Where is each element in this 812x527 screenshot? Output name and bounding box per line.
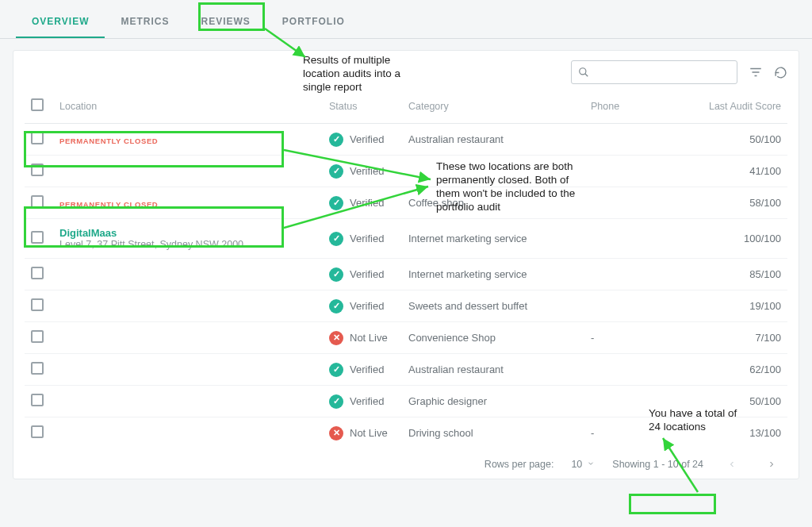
status-text: Verified xyxy=(350,233,384,244)
score-cell: 19/100 xyxy=(664,290,787,322)
check-circle-icon: ✓ xyxy=(329,394,343,409)
col-category[interactable]: Category xyxy=(402,90,584,124)
category-cell: Australian restaurant xyxy=(402,124,584,156)
check-circle-icon: ✓ xyxy=(329,196,343,210)
col-score[interactable]: Last Audit Score xyxy=(664,90,787,124)
status-cell: ✓Verified xyxy=(329,267,396,282)
category-cell: Internet marketing service xyxy=(402,219,584,259)
status-text: Verified xyxy=(350,133,384,145)
table-row[interactable]: ✓VerifiedInternet marketing service85/10… xyxy=(25,259,787,290)
check-circle-icon: ✓ xyxy=(329,363,343,377)
category-cell: Driving school xyxy=(402,417,584,449)
select-all-header xyxy=(25,90,53,124)
status-cell: ✓Verified xyxy=(329,299,396,314)
phone-cell xyxy=(584,290,664,322)
category-cell: Australian restaurant xyxy=(402,354,584,386)
filter-icon[interactable] xyxy=(749,65,763,79)
table-row[interactable]: ✓VerifiedAustralian restaurant62/100 xyxy=(25,354,787,386)
rows-per-page-value: 10 xyxy=(571,459,582,470)
search-input[interactable] xyxy=(594,67,730,79)
pagination-bar: Rows per page: 10 Showing 1 - 10 of 24 xyxy=(25,448,787,471)
row-checkbox[interactable] xyxy=(31,330,44,343)
status-cell: ✓Verified xyxy=(329,164,396,179)
annotation-box-row-1 xyxy=(24,131,284,167)
status-cell: ✓Verified xyxy=(329,363,396,377)
table-row[interactable]: ✕Not LiveConvenience Shop-7/100 xyxy=(25,322,787,354)
score-cell: 50/100 xyxy=(664,124,787,156)
phone-cell xyxy=(584,124,664,156)
select-all-checkbox[interactable] xyxy=(31,98,44,111)
check-circle-icon: ✓ xyxy=(329,133,343,147)
annotation-closed-note: These two locations are both permanently… xyxy=(436,160,587,214)
status-cell: ✕Not Live xyxy=(329,426,396,440)
search-input-wrapper[interactable] xyxy=(571,60,737,84)
status-text: Verified xyxy=(350,197,384,209)
status-text: Verified xyxy=(350,364,384,375)
pagination-showing: Showing 1 - 10 of 24 xyxy=(612,459,703,470)
category-cell: Internet marketing service xyxy=(402,259,584,290)
status-text: Not Live xyxy=(350,332,388,344)
phone-cell xyxy=(584,187,664,219)
status-text: Not Live xyxy=(350,427,388,439)
row-checkbox[interactable] xyxy=(31,425,44,438)
score-cell: 7/100 xyxy=(664,322,787,354)
status-cell: ✓Verified xyxy=(329,133,396,147)
row-checkbox[interactable] xyxy=(31,362,44,375)
check-circle-icon: ✓ xyxy=(329,164,343,179)
col-phone[interactable]: Phone xyxy=(584,90,664,124)
annotation-box-showing xyxy=(629,494,716,514)
annotation-total-note: You have a total of 24 locations xyxy=(649,407,752,434)
refresh-icon[interactable] xyxy=(774,66,787,79)
row-checkbox[interactable] xyxy=(31,298,44,311)
row-checkbox[interactable] xyxy=(31,267,44,279)
phone-cell xyxy=(584,156,664,187)
x-circle-icon: ✕ xyxy=(329,426,343,440)
tabs-bar: OVERVIEW METRICS REVIEWS PORTFOLIO xyxy=(0,0,812,39)
category-cell: Graphic designer xyxy=(402,386,584,417)
tab-portfolio[interactable]: PORTFOLIO xyxy=(266,10,361,38)
score-cell: 58/100 xyxy=(664,187,787,219)
col-status[interactable]: Status xyxy=(323,90,402,124)
score-cell: 41/100 xyxy=(664,156,787,187)
category-cell: Sweets and dessert buffet xyxy=(402,290,584,322)
tab-overview[interactable]: OVERVIEW xyxy=(16,10,105,38)
annotation-portfolio-note: Results of multiple location audits into… xyxy=(303,54,414,94)
check-circle-icon: ✓ xyxy=(329,267,343,282)
row-checkbox[interactable] xyxy=(31,394,44,406)
next-page-button[interactable] xyxy=(760,458,783,471)
category-cell: Convenience Shop xyxy=(402,322,584,354)
status-cell: ✕Not Live xyxy=(329,331,396,345)
phone-cell: - xyxy=(584,322,664,354)
svg-point-0 xyxy=(580,68,586,75)
search-icon xyxy=(578,67,589,78)
annotation-box-portfolio-tab xyxy=(198,2,265,31)
check-circle-icon: ✓ xyxy=(329,232,343,246)
score-cell: 62/100 xyxy=(664,354,787,386)
score-cell: 85/100 xyxy=(664,259,787,290)
col-location[interactable]: Location xyxy=(53,90,323,124)
status-cell: ✓Verified xyxy=(329,232,396,246)
annotation-box-row-3 xyxy=(24,206,284,248)
phone-cell xyxy=(584,259,664,290)
chevron-down-icon xyxy=(587,459,595,470)
tab-metrics[interactable]: METRICS xyxy=(105,10,185,38)
status-cell: ✓Verified xyxy=(329,196,396,210)
score-cell: 100/100 xyxy=(664,219,787,259)
phone-cell xyxy=(584,354,664,386)
check-circle-icon: ✓ xyxy=(329,299,343,314)
rows-per-page-label: Rows per page: xyxy=(485,459,554,470)
status-text: Verified xyxy=(350,300,384,312)
status-text: Verified xyxy=(350,268,384,280)
status-text: Verified xyxy=(350,165,384,177)
prev-page-button[interactable] xyxy=(721,458,743,471)
phone-cell xyxy=(584,219,664,259)
status-text: Verified xyxy=(350,395,384,407)
rows-per-page-select[interactable]: 10 xyxy=(571,459,595,470)
status-cell: ✓Verified xyxy=(329,394,396,409)
svg-line-1 xyxy=(585,74,588,77)
x-circle-icon: ✕ xyxy=(329,331,343,345)
table-row[interactable]: ✓VerifiedSweets and dessert buffet19/100 xyxy=(25,290,787,322)
